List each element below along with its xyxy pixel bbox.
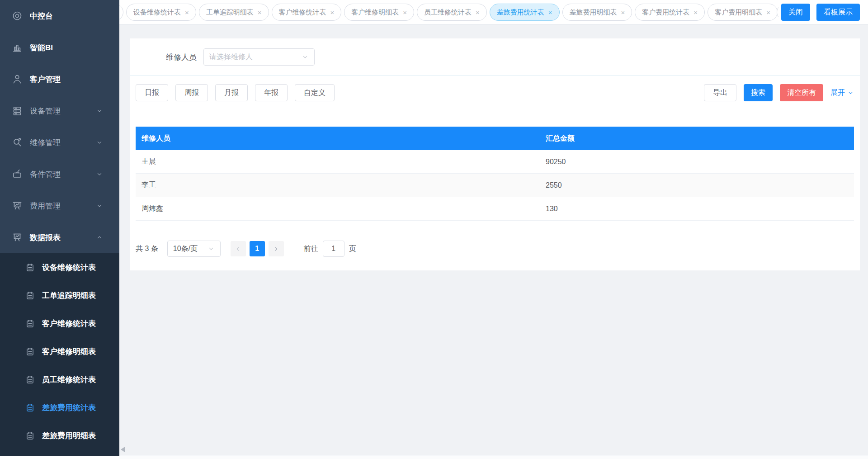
export-button[interactable]: 导出 xyxy=(704,84,736,101)
expand-toggle[interactable]: 展开 xyxy=(830,88,854,98)
tab-pill[interactable]: 员工维修统计表× xyxy=(417,4,487,21)
tab-pill[interactable]: 客户费用统计表× xyxy=(635,4,705,21)
sidebar-item[interactable]: 维修管理 xyxy=(0,127,119,158)
sidebar-subitem[interactable]: 工单追踪明细表 xyxy=(0,281,119,309)
table-row[interactable]: 周炜鑫130 xyxy=(136,197,854,221)
sidebar-subitem[interactable]: 设备维修统计表 xyxy=(0,253,119,281)
pagination: 共 3 条 10条/页 1 前往 页 xyxy=(136,241,854,257)
tab-close-icon[interactable]: × xyxy=(476,9,480,16)
tab-pill[interactable]: 客户维修明细表× xyxy=(344,4,414,21)
sidebar-subitem[interactable]: 员工维修统计表 xyxy=(0,365,119,393)
period-button[interactable]: 年报 xyxy=(255,84,288,101)
search-button[interactable]: 搜索 xyxy=(744,84,773,101)
sidebar-item[interactable]: 费用管理 xyxy=(0,190,119,222)
cell-repairer: 周炜鑫 xyxy=(136,204,546,213)
target-icon xyxy=(12,10,23,21)
tab-pill[interactable]: 工单追踪明细表× xyxy=(199,4,269,21)
tab-close-icon[interactable]: × xyxy=(766,9,770,16)
scrollbar-left-arrow-icon[interactable] xyxy=(121,447,125,452)
page-size-select[interactable]: 10条/页 xyxy=(167,241,221,257)
tab-pill[interactable]: 差旅费用统计表× xyxy=(490,4,560,21)
period-button[interactable]: 自定义 xyxy=(295,84,335,101)
period-button[interactable]: 周报 xyxy=(175,84,208,101)
tab-label: 员工维修统计表 xyxy=(424,8,472,17)
bar-chart-icon xyxy=(12,42,23,53)
tab-pill[interactable]: 客户费用明细表× xyxy=(708,4,778,21)
sidebar: 中控台智能BI客户管理设备管理维修管理备件管理费用管理数据报表 设备维修统计表工… xyxy=(0,0,119,456)
sidebar-subitem[interactable]: 客户维修统计表 xyxy=(0,309,119,337)
chevron-up-icon xyxy=(96,234,103,241)
sidebar-item-label: 维修管理 xyxy=(30,137,61,148)
tab-strip: 设备维修统计表×工单追踪明细表×客户维修统计表×客户维修明细表×员工维修统计表×… xyxy=(119,0,868,24)
sidebar-subitem[interactable]: 差旅费用统计表 xyxy=(0,393,119,421)
sidebar-item[interactable]: 客户管理 xyxy=(0,63,119,95)
tab-close-icon[interactable]: × xyxy=(693,9,698,16)
current-page-button[interactable]: 1 xyxy=(250,241,265,256)
tab-bar: 设备维修统计表×工单追踪明细表×客户维修统计表×客户维修明细表×员工维修统计表×… xyxy=(119,0,868,25)
tab-label: 客户费用明细表 xyxy=(715,8,762,17)
table-row[interactable]: 李工2550 xyxy=(136,174,854,197)
tab-close-icon[interactable]: × xyxy=(403,9,407,16)
chevron-down-icon xyxy=(96,202,103,209)
period-button[interactable]: 月报 xyxy=(215,84,248,101)
sidebar-menu: 中控台智能BI客户管理设备管理维修管理备件管理费用管理数据报表 xyxy=(0,0,119,253)
chevron-right-icon xyxy=(273,246,279,252)
repair-icon xyxy=(12,137,23,148)
repairer-select-placeholder: 请选择维修人 xyxy=(209,52,253,62)
chevron-down-icon xyxy=(208,245,215,252)
sidebar-item-label: 费用管理 xyxy=(30,201,61,211)
cell-total: 90250 xyxy=(546,158,854,166)
goto-page-input[interactable] xyxy=(323,241,344,257)
sidebar-submenu: 设备维修统计表工单追踪明细表客户维修统计表客户维修明细表员工维修统计表差旅费用统… xyxy=(0,253,119,456)
tab-pill-partial[interactable] xyxy=(119,4,123,21)
table-row[interactable]: 王晨90250 xyxy=(136,150,854,174)
tab-pill[interactable]: 差旅费用明细表× xyxy=(562,4,632,21)
clear-all-button[interactable]: 清空所有 xyxy=(780,84,823,101)
chevron-down-icon xyxy=(96,170,103,178)
tab-close-icon[interactable]: × xyxy=(548,9,552,16)
close-button[interactable]: 关闭 xyxy=(781,4,810,21)
sidebar-item[interactable]: 数据报表 xyxy=(0,222,119,253)
sidebar-item-label: 中控台 xyxy=(30,11,53,21)
period-button-group: 日报周报月报年报自定义 xyxy=(136,84,342,101)
tab-label: 差旅费用明细表 xyxy=(570,8,617,17)
tab-pill[interactable]: 设备维修统计表× xyxy=(126,4,196,21)
sidebar-subitem-label: 员工维修统计表 xyxy=(42,374,96,385)
tab-close-icon[interactable]: × xyxy=(621,9,625,16)
repairer-select[interactable]: 请选择维修人 xyxy=(203,48,315,66)
page-unit-label: 页 xyxy=(349,244,356,254)
next-page-button[interactable] xyxy=(269,241,284,256)
goto-label: 前往 xyxy=(304,244,318,254)
sidebar-subitem[interactable]: 客户维修明细表 xyxy=(0,337,119,365)
main-panel: 维修人员 请选择维修人 日报周报月报年报自定义 导出 搜索 清空所有 展开 维修… xyxy=(130,38,860,270)
tab-close-icon[interactable]: × xyxy=(258,9,262,16)
tab-label: 设备维修统计表 xyxy=(133,8,181,17)
tab-actions: 关闭 看板展示 xyxy=(778,0,868,24)
sidebar-item[interactable]: 智能BI xyxy=(0,32,119,63)
sidebar-item[interactable]: 备件管理 xyxy=(0,158,119,190)
toolbar: 日报周报月报年报自定义 导出 搜索 清空所有 展开 xyxy=(136,84,854,101)
sidebar-item[interactable]: 设备管理 xyxy=(0,95,119,127)
board-display-button[interactable]: 看板展示 xyxy=(816,4,860,21)
horizontal-scrollbar[interactable] xyxy=(119,455,868,459)
cell-repairer: 李工 xyxy=(136,180,546,190)
sidebar-subitem[interactable]: 差旅费用明细表 xyxy=(0,421,119,450)
notebook-icon xyxy=(25,347,35,356)
sidebar-subitem-label: 客户维修明细表 xyxy=(42,346,96,357)
sidebar-item-label: 客户管理 xyxy=(30,74,61,85)
tab-pill[interactable]: 客户维修统计表× xyxy=(272,4,342,21)
sidebar-item-label: 设备管理 xyxy=(30,106,61,116)
tab-close-icon[interactable]: × xyxy=(185,9,189,16)
notebook-icon xyxy=(25,431,35,440)
sidebar-item[interactable]: 中控台 xyxy=(0,0,119,32)
sidebar-item-label: 数据报表 xyxy=(30,232,61,243)
notebook-icon xyxy=(25,291,35,300)
chevron-down-icon xyxy=(302,53,309,61)
table-header-repairer: 维修人员 xyxy=(136,134,546,143)
period-button[interactable]: 日报 xyxy=(136,84,168,101)
notebook-icon xyxy=(25,375,35,384)
sidebar-subitem-label: 设备维修统计表 xyxy=(42,262,96,273)
prev-page-button[interactable] xyxy=(231,241,246,256)
tab-close-icon[interactable]: × xyxy=(330,9,335,16)
data-table: 维修人员 汇总金额 王晨90250李工2550周炜鑫130 xyxy=(136,127,854,221)
